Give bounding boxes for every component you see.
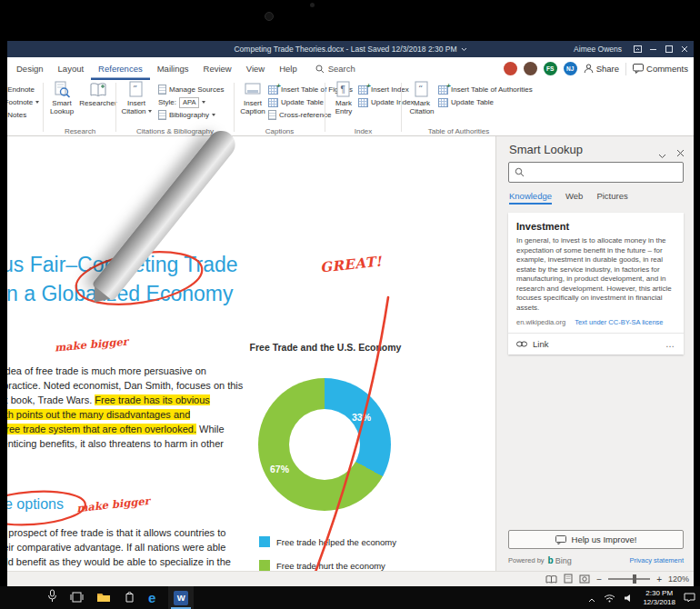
search-icon [315,65,325,74]
ribbon-group-index: ¶ Mark Entry Insert Index Update Index I… [325,80,401,136]
show-notes-button[interactable]: Show Notes [7,109,26,121]
clock[interactable]: 2:30 PM 12/3/2018 [643,589,675,606]
tab-layout[interactable]: Layout [51,57,92,80]
style-select[interactable]: Style: APA [158,96,205,108]
mark-citation-button[interactable]: “ Mark Citation [404,81,440,123]
insert-endnote-button[interactable]: Insert Endnote [7,84,35,95]
card-body: In general, to invest is to allocate mon… [516,236,675,313]
chevron-down-icon [212,114,215,116]
smart-lookup-icon [53,81,71,99]
print-layout-icon[interactable] [564,571,573,586]
document-canvas[interactable]: us Fair–Competing Trade in a Globalized … [7,136,495,571]
group-label-authorities: Table of Authorities [402,127,515,135]
privacy-statement-link[interactable]: Privacy statement [629,556,684,564]
pane-tabs: Knowledge Web Pictures [509,191,628,205]
chevron-down-icon [35,101,39,104]
smart-lookup-search-input[interactable] [529,167,677,178]
donut-chart[interactable] [258,378,391,511]
legend-swatch-blue [259,536,270,547]
card-title: Investment [516,221,675,232]
avatar[interactable] [524,62,537,75]
svg-text:”: ” [133,84,137,94]
update-table-button[interactable]: Update Table [268,96,324,108]
next-footnote-button[interactable]: Next Footnote [7,96,39,108]
ribbon-search[interactable]: Search [315,57,355,80]
license-link[interactable]: Text under CC-BY-SA license [575,318,663,326]
chevron-down-icon [148,110,152,113]
maximize-icon[interactable] [661,41,676,57]
tab-mailings[interactable]: Mailings [150,57,196,80]
source-link[interactable]: en.wikipedia.org [516,318,565,326]
group-label-captions: Captions [235,127,325,135]
feedback-bubble-icon [555,535,566,544]
network-icon[interactable] [604,590,615,606]
help-us-improve-button[interactable]: Help us Improve! [508,530,684,549]
insert-caption-button[interactable]: Insert Caption [235,81,271,123]
status-bar: − + 120% [7,571,694,586]
close-icon[interactable] [676,41,692,57]
pane-chevron-down-icon[interactable] [658,146,666,163]
insert-table-of-authorities-button[interactable]: Insert Table of Authorities [438,84,533,95]
mark-entry-icon: ¶ [335,81,353,99]
action-center-icon[interactable] [684,590,695,606]
smart-lookup-button[interactable]: Smart Lookup [44,81,80,123]
zoom-slider[interactable] [608,578,650,580]
chevron-up-icon[interactable] [588,590,595,606]
more-options-icon[interactable]: … [665,339,675,349]
insert-citation-button[interactable]: ” Insert Citation [118,81,155,123]
avatar[interactable] [504,62,517,75]
cross-reference-button[interactable]: Cross-reference [268,109,331,121]
researcher-button[interactable]: Researcher [80,81,116,123]
smart-lookup-search-box[interactable] [508,162,684,183]
tab-design[interactable]: Design [9,57,51,80]
tab-references[interactable]: References [91,57,150,80]
chart-data-label: 33% [352,412,371,423]
pane-close-icon[interactable] [676,145,685,161]
tab-knowledge[interactable]: Knowledge [509,191,552,205]
zoom-slider-thumb[interactable] [633,574,636,584]
insert-index-icon [358,85,368,95]
mark-entry-button[interactable]: ¶ Mark Entry [325,81,362,123]
zoom-out-icon[interactable]: − [596,574,602,584]
avatar[interactable]: FS [544,62,557,75]
tab-view[interactable]: View [239,57,272,80]
manage-sources-button[interactable]: Manage Sources [158,84,224,95]
account-name[interactable]: Aimee Owens [574,45,622,54]
link-row[interactable]: Link … [508,333,684,354]
tab-review[interactable]: Review [196,57,239,80]
store-icon[interactable] [124,590,135,606]
task-view-icon[interactable] [70,590,84,606]
web-layout-icon[interactable] [579,571,590,586]
doc-paragraph-2: ng prospect of free trade is that it all… [7,525,231,569]
zoom-in-icon[interactable]: + [656,574,662,584]
title-chevron-down-icon[interactable] [461,47,467,52]
document-title[interactable]: Competing Trade Theories.docx - Last Sav… [234,45,456,54]
zoom-level[interactable]: 120% [668,574,689,584]
insert-citation-icon: ” [127,81,145,99]
read-mode-icon[interactable] [545,571,557,586]
ribbon-tab-row: Design Layout References Mailings Review… [7,57,694,80]
minimize-icon[interactable] [645,41,661,57]
comments-button[interactable]: Comments [633,64,688,74]
cross-reference-icon [268,110,276,120]
tab-pictures[interactable]: Pictures [596,191,627,205]
avatar[interactable]: NJ [564,62,577,75]
divider [625,63,626,75]
smart-lookup-pane: Smart Lookup Knowledge Web Pictures Inve… [495,136,694,571]
ink-annotation-great: GREAT! [319,253,383,275]
edge-icon[interactable] [148,590,155,606]
tab-web[interactable]: Web [565,191,583,205]
manage-sources-icon [158,85,166,95]
bibliography-button[interactable]: Bibliography [158,109,215,121]
tab-help[interactable]: Help [272,57,305,80]
word-taskbar-button[interactable]: W [168,586,194,609]
share-button[interactable]: Share [584,64,619,74]
microphone-icon[interactable] [47,589,57,606]
update-toa-table-button[interactable]: Update Table [438,96,494,108]
ribbon-display-options-icon[interactable] [630,41,645,57]
volume-icon[interactable] [624,590,635,606]
file-explorer-icon[interactable] [96,590,111,606]
chart-data-label: 67% [270,464,289,474]
ribbon-group-captions: Insert Caption Insert Table of Figures U… [235,80,325,136]
group-label-research: Research [44,127,116,135]
